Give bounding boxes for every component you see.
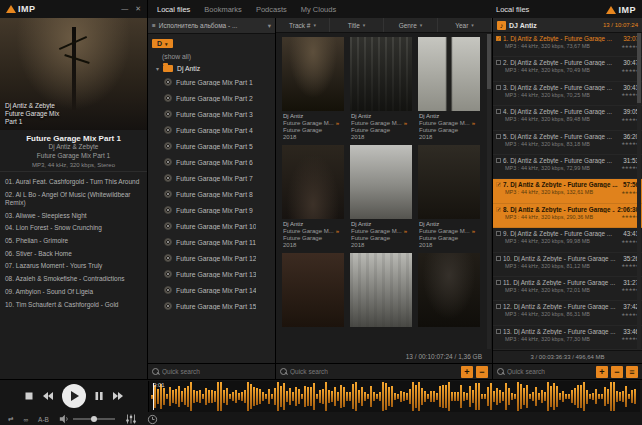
playlist-scrollbar[interactable] bbox=[637, 33, 641, 350]
scrollbar-thumb[interactable] bbox=[637, 33, 641, 103]
volume-knob[interactable] bbox=[91, 416, 97, 422]
album-cell[interactable]: Dj AntizFuture Garage M...»Future Garage… bbox=[282, 145, 344, 249]
queue-item[interactable]: 04. Lion Forest - Snow Crunching bbox=[5, 224, 142, 232]
track-checkbox[interactable] bbox=[496, 231, 501, 236]
tree-album-item[interactable]: Future Garage Mix Part 11 bbox=[148, 234, 275, 250]
playlist-row[interactable]: ✓8.Dj Antiz & Zebyte - Future Garage ...… bbox=[493, 204, 642, 228]
queue-item[interactable]: 05. Phelian - Grimoire bbox=[5, 237, 142, 245]
track-checkbox[interactable] bbox=[496, 280, 501, 285]
tree-header[interactable]: ≡ Исполнитель альбома - ... ▾ bbox=[148, 18, 275, 34]
album-cell[interactable]: Dj AntizFuture Garage M...»Future Garage… bbox=[350, 37, 412, 141]
album-cell[interactable] bbox=[350, 253, 412, 327]
tree-album-item[interactable]: Future Garage Mix Part 7 bbox=[148, 170, 275, 186]
queue-item[interactable]: 02. Al L Bo - Angel Of Music (Whitewildb… bbox=[5, 191, 142, 207]
album-cell[interactable]: Dj AntizFuture Garage M...»Future Garage… bbox=[350, 145, 412, 249]
column-header-title[interactable]: Title▾ bbox=[330, 18, 384, 32]
previous-button[interactable] bbox=[42, 391, 54, 401]
ab-repeat-button[interactable]: A-B bbox=[38, 416, 49, 423]
chevron-down-icon[interactable]: ▾ bbox=[156, 65, 159, 72]
playlist-row[interactable]: 6.Dj Antiz & Zebyte - Future Garage ...3… bbox=[493, 155, 642, 179]
tree-album-item[interactable]: Future Garage Mix Part 9 bbox=[148, 202, 275, 218]
column-header-genre[interactable]: Genre▾ bbox=[384, 18, 438, 32]
track-checkbox[interactable] bbox=[496, 158, 501, 163]
tree-album-item[interactable]: Future Garage Mix Part 12 bbox=[148, 250, 275, 266]
album-cell[interactable] bbox=[282, 253, 344, 327]
volume-slider[interactable] bbox=[73, 418, 115, 420]
queue-item[interactable]: 06. Stiver - Back Home bbox=[5, 250, 142, 258]
tab-local-files[interactable]: Local files bbox=[157, 5, 190, 14]
tab-bookmarks[interactable]: Bookmarks bbox=[204, 5, 242, 14]
tree-album-item[interactable]: Future Garage Mix Part 8 bbox=[148, 186, 275, 202]
track-checkbox[interactable] bbox=[496, 256, 501, 261]
queue-item[interactable]: 03. Aliwwe - Sleepless Night bbox=[5, 212, 142, 220]
track-checkbox[interactable] bbox=[496, 329, 501, 334]
tree-album-item[interactable]: Future Garage Mix Part 14 bbox=[148, 282, 275, 298]
tree-artist-row[interactable]: ▾ Dj Antiz bbox=[148, 63, 275, 74]
pause-button[interactable] bbox=[94, 391, 104, 401]
tree-album-item[interactable]: Future Garage Mix Part 10 bbox=[148, 218, 275, 234]
tree-search-input[interactable] bbox=[162, 368, 271, 375]
repeat-button[interactable]: ∞ bbox=[23, 416, 28, 423]
tab-my-clouds[interactable]: My Clouds bbox=[301, 5, 336, 14]
column-header-year[interactable]: Year▾ bbox=[438, 18, 492, 32]
albums-search-input[interactable] bbox=[290, 368, 458, 375]
queue-item[interactable]: 09. Ambyion - Sound Of Ligeia bbox=[5, 288, 142, 296]
add-button[interactable]: + bbox=[461, 366, 473, 378]
track-checkbox[interactable] bbox=[496, 60, 501, 65]
tree-album-item[interactable]: Future Garage Mix Part 1 bbox=[148, 74, 275, 90]
track-checkbox[interactable] bbox=[496, 109, 501, 114]
tree-album-item[interactable]: Future Garage Mix Part 6 bbox=[148, 154, 275, 170]
playlist-row[interactable]: 4.Dj Antiz & Zebyte - Future Garage ...3… bbox=[493, 106, 642, 130]
scrollbar-thumb[interactable] bbox=[487, 34, 491, 89]
playlist-row[interactable]: 12.Dj Antiz & Zebyte - Future Garage ...… bbox=[493, 301, 642, 325]
track-checkbox[interactable] bbox=[496, 304, 501, 309]
minimize-icon[interactable]: — bbox=[121, 5, 128, 13]
queue-item[interactable]: 01. Aurai Feat. Cashforgold - Turn This … bbox=[5, 178, 142, 186]
playlist-row[interactable]: ✓1.Dj Antiz & Zebyte - Future Garage ...… bbox=[493, 33, 642, 57]
remove-button[interactable]: − bbox=[476, 366, 488, 378]
playlist-row[interactable]: 10.Dj Antiz & Zebyte - Future Garage ...… bbox=[493, 253, 642, 277]
playlist-row[interactable]: ✓7.Dj Antiz & Zebyte - Future Garage ...… bbox=[493, 179, 642, 203]
album-cell[interactable]: Dj AntizFuture Garage M...»Future Garage… bbox=[418, 37, 480, 141]
tree-show-all[interactable]: (show all) bbox=[148, 50, 275, 63]
track-checkbox[interactable] bbox=[496, 134, 501, 139]
track-checkbox[interactable]: ✓ bbox=[496, 36, 501, 41]
waveform-seekbar[interactable]: 0:01 bbox=[148, 381, 640, 412]
right-panel-title[interactable]: Local files bbox=[496, 0, 529, 18]
hamburger-icon[interactable]: ≡ bbox=[152, 22, 156, 29]
tree-group-d[interactable]: D ▾ bbox=[152, 39, 173, 48]
queue-item[interactable]: 07. Lazarus Moment - Yours Truly bbox=[5, 262, 142, 270]
sleep-timer-icon[interactable] bbox=[147, 414, 158, 425]
next-button[interactable] bbox=[112, 391, 124, 401]
tree-album-item[interactable]: Future Garage Mix Part 2 bbox=[148, 90, 275, 106]
menu-button[interactable]: ≡ bbox=[626, 366, 638, 378]
track-checkbox[interactable]: ✓ bbox=[496, 182, 501, 187]
albums-scrollbar[interactable] bbox=[487, 34, 491, 349]
tab-podcasts[interactable]: Podcasts bbox=[256, 5, 287, 14]
playlist-row[interactable]: 3.Dj Antiz & Zebyte - Future Garage ...3… bbox=[493, 82, 642, 106]
playlist-row[interactable]: 9.Dj Antiz & Zebyte - Future Garage ...4… bbox=[493, 228, 642, 252]
queue-item[interactable]: 10. Tim Schaufert & Cashforgold - Gold bbox=[5, 301, 142, 309]
speaker-icon[interactable] bbox=[59, 414, 69, 424]
track-checkbox[interactable] bbox=[496, 85, 501, 90]
chevron-down-icon[interactable]: ▾ bbox=[268, 22, 271, 30]
playlist-search-input[interactable] bbox=[507, 368, 593, 375]
tree-album-item[interactable]: Future Garage Mix Part 13 bbox=[148, 266, 275, 282]
tree-album-item[interactable]: Future Garage Mix Part 15 bbox=[148, 298, 275, 314]
playlist-row[interactable]: 11.Dj Antiz & Zebyte - Future Garage ...… bbox=[493, 277, 642, 301]
remove-button[interactable]: − bbox=[611, 366, 623, 378]
playlist-tab[interactable]: ♪ DJ Antiz 13 / 10:07:24 bbox=[493, 18, 642, 33]
tree-album-item[interactable]: Future Garage Mix Part 4 bbox=[148, 122, 275, 138]
album-cell[interactable] bbox=[418, 253, 480, 327]
playlist-row[interactable]: 13.Dj Antiz & Zebyte - Future Garage ...… bbox=[493, 326, 642, 350]
play-button[interactable] bbox=[62, 384, 86, 408]
playlist-row[interactable]: 5.Dj Antiz & Zebyte - Future Garage ...3… bbox=[493, 131, 642, 155]
playhead[interactable] bbox=[153, 383, 154, 410]
queue-item[interactable]: 08. Azaleh & Smokefishe - Contradictions bbox=[5, 275, 142, 283]
column-header-track[interactable]: Track #▾ bbox=[276, 18, 330, 32]
tree-album-item[interactable]: Future Garage Mix Part 5 bbox=[148, 138, 275, 154]
playlist-row[interactable]: 2.Dj Antiz & Zebyte - Future Garage ...3… bbox=[493, 57, 642, 81]
shuffle-button[interactable]: ⇄ bbox=[8, 415, 13, 423]
stop-button[interactable] bbox=[24, 391, 34, 401]
album-cell[interactable]: Dj AntizFuture Garage M...»Future Garage… bbox=[418, 145, 480, 249]
